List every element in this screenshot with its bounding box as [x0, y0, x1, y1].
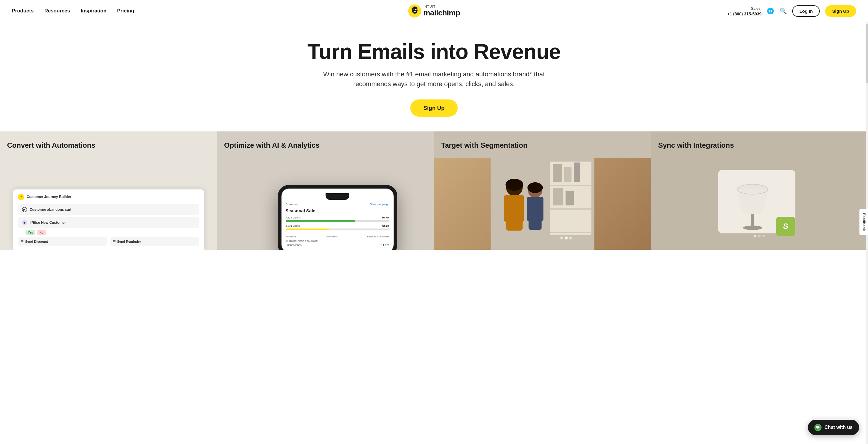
opens-bar	[285, 220, 389, 222]
integrations-illustration: S	[651, 167, 868, 250]
panel-segmentation: Target with Segmentation	[434, 131, 651, 250]
globe-icon[interactable]: 🌐	[767, 7, 774, 14]
phone-screen: Bounces View campaign Seasonal Sale 7,32…	[281, 189, 394, 250]
journey-logo: ✦	[18, 194, 24, 200]
phone-view-btn[interactable]: View campaign	[370, 203, 390, 206]
journey-header: ✦ Customer Journey Builder	[18, 194, 199, 200]
send-reminder-label: Send Reminder	[117, 240, 141, 243]
recipients-th: Recipients	[326, 235, 338, 238]
email-icon: ✉	[21, 240, 23, 243]
svg-point-31	[528, 182, 543, 193]
yes-no-row: Yes No	[26, 230, 199, 235]
nav-item-inspiration[interactable]: Inspiration	[81, 8, 106, 14]
svg-point-5	[416, 9, 416, 10]
panel-automations-title: Convert with Automations	[7, 141, 95, 150]
nav-logo[interactable]: intuit mailchimp	[408, 4, 460, 18]
hero-section: Turn Emails into Revenue Win new custome…	[0, 22, 868, 131]
journey-card: ✦ Customer Journey Builder ▶ Customer ab…	[13, 189, 204, 250]
journey-builder-mockup: ✦ Customer Journey Builder ▶ Customer ab…	[0, 158, 217, 250]
svg-rect-17	[553, 188, 563, 205]
ifelse-icon: ◈	[22, 220, 27, 225]
send-row: ✉ Send Discount ✉ Send Reminder	[18, 237, 199, 246]
integrations-content: S	[651, 158, 868, 250]
svg-point-6	[411, 11, 412, 12]
svg-point-42	[763, 235, 765, 237]
sales-info: Sales: +1 (800) 315-5939	[727, 5, 762, 17]
journey-title-text: Customer Journey Builder	[27, 195, 71, 199]
sales-label: Sales:	[751, 6, 762, 11]
segmentation-photo	[434, 158, 651, 250]
feedback-tab[interactable]: Feedback	[860, 209, 868, 235]
svg-rect-13	[550, 232, 591, 233]
mailchimp-logo-icon	[408, 4, 422, 18]
svg-rect-29	[539, 197, 544, 221]
phone-top-bar: Bounces View campaign	[285, 203, 389, 206]
trigger-label: Customer abandons cart	[30, 208, 71, 212]
phone-notch	[326, 193, 349, 200]
clicks-bar-fill	[285, 228, 329, 230]
panel-integrations: Sync with Integrations S	[651, 131, 868, 250]
svg-rect-28	[527, 197, 532, 221]
svg-text:S: S	[783, 222, 788, 231]
hero-title: Turn Emails into Revenue	[12, 40, 856, 63]
svg-point-30	[506, 179, 523, 191]
reminder-icon: ✉	[113, 240, 116, 243]
existing-th: Existing Customers	[367, 235, 389, 238]
svg-rect-11	[550, 185, 591, 186]
opens-bar-fill	[285, 220, 355, 222]
search-icon[interactable]: 🔍	[779, 7, 787, 14]
women-illustration	[434, 158, 651, 250]
hero-subtitle: Win new customers with the #1 email mark…	[321, 69, 547, 89]
clicks-pct: 42.1%	[382, 224, 390, 227]
phone-divider	[285, 233, 389, 233]
women-photo	[434, 158, 651, 250]
scrollbar-thumb	[866, 24, 868, 83]
opens-label: 7,326 Opens	[285, 216, 301, 219]
opens-stat-row: 7,326 Opens 66.7%	[285, 216, 389, 219]
svg-point-1	[412, 6, 418, 13]
svg-rect-24	[504, 195, 510, 222]
send-discount-label: Send Discount	[25, 240, 48, 243]
nav-item-pricing[interactable]: Pricing	[117, 8, 134, 14]
logo-mailchimp-text: mailchimp	[423, 8, 460, 17]
svg-rect-10	[550, 161, 591, 162]
hero-cta-button[interactable]: Sign Up	[410, 99, 458, 117]
unsub-row: Unsubscribes 11,021	[285, 244, 389, 247]
signup-nav-button[interactable]: Sign Up	[825, 5, 856, 17]
nav-left: Products Resources Inspiration Pricing	[12, 8, 134, 14]
performance-title: 24 HOUR PERFORMANCE	[285, 240, 389, 243]
navbar: Products Resources Inspiration Pricing i…	[0, 0, 868, 22]
sales-number: +1 (800) 315-5939	[727, 11, 762, 17]
journey-step-ifelse: ◈ If/Else New Customer	[18, 217, 199, 228]
svg-point-40	[754, 235, 756, 237]
logo-intuit-text: intuit	[423, 5, 460, 8]
svg-rect-18	[566, 191, 574, 205]
nav-item-products[interactable]: Products	[12, 8, 34, 14]
nav-right: Sales: +1 (800) 315-5939 🌐 🔍 Log In Sign…	[727, 5, 856, 17]
clicks-label: 4,631 Clicks	[285, 224, 300, 227]
no-badge: No	[37, 230, 45, 235]
send-discount-btn: ✉ Send Discount	[18, 237, 107, 246]
nav-item-resources[interactable]: Resources	[44, 8, 70, 14]
trigger-icon: ▶	[22, 207, 27, 212]
journey-step-trigger: ▶ Customer abandons cart	[18, 204, 199, 215]
table-header: Audience Recipients Existing Customers	[285, 235, 389, 238]
panel-analytics: Optimize with AI & Analytics Bounces Vie…	[217, 131, 434, 250]
phone-outer: Bounces View campaign Seasonal Sale 7,32…	[278, 185, 397, 250]
svg-rect-12	[550, 209, 591, 210]
panel-automations: Convert with Automations ✦ Customer Jour…	[0, 131, 217, 250]
unsub-value: 11,021	[381, 244, 390, 247]
svg-point-20	[565, 236, 568, 240]
ifelse-label: If/Else New Customer	[30, 221, 66, 225]
login-button[interactable]: Log In	[792, 5, 820, 17]
send-reminder-btn: ✉ Send Reminder	[110, 237, 199, 246]
unsub-label: Unsubscribes	[285, 244, 302, 247]
svg-rect-25	[518, 195, 524, 222]
svg-point-21	[569, 236, 572, 240]
svg-point-19	[560, 236, 563, 240]
svg-point-41	[758, 235, 761, 237]
svg-rect-14	[553, 164, 562, 182]
clicks-stat-row: 4,631 Clicks 42.1%	[285, 224, 389, 227]
svg-point-35	[743, 226, 762, 230]
opens-pct: 66.7%	[382, 216, 390, 219]
